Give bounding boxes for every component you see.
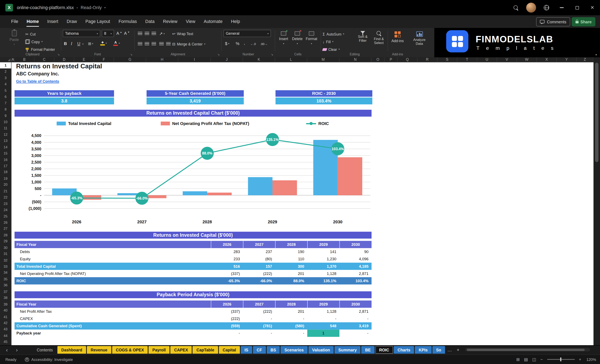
row-header-3[interactable]: 3 — [0, 75, 11, 81]
row-header-11[interactable]: 11 — [0, 125, 11, 131]
row-header-12[interactable]: 12 — [0, 131, 11, 137]
menu-tab-home[interactable]: Home — [22, 15, 43, 28]
row-header-24[interactable]: 24 — [0, 207, 11, 213]
column-header-c[interactable]: C — [35, 57, 54, 62]
title-caret-icon[interactable]: ▾ — [104, 6, 106, 9]
column-header-y[interactable]: Y — [557, 57, 577, 62]
row-header-32[interactable]: 32 — [0, 257, 11, 264]
analyze-data-button[interactable]: Analyze Data — [409, 31, 429, 46]
decrease-decimal-button[interactable]: .00→ — [260, 41, 268, 47]
column-header-z[interactable]: Z — [577, 57, 593, 62]
row-header-45[interactable]: 45 — [0, 339, 11, 345]
normal-view-icon[interactable]: ⊞ — [516, 357, 520, 362]
row-header-17[interactable]: 17 — [0, 163, 11, 169]
column-header-x[interactable]: X — [537, 57, 557, 62]
row-header-23[interactable]: 23 — [0, 200, 11, 207]
number-dialog-launcher[interactable]: ↘ — [271, 53, 273, 56]
row-header-28[interactable]: 28 — [0, 232, 11, 238]
comments-button[interactable]: Comments — [536, 17, 570, 26]
vertical-scrollbar[interactable] — [594, 57, 600, 346]
increase-decimal-button[interactable]: ←.0 — [250, 41, 256, 47]
sheet-tab-revenue[interactable]: Revenue — [87, 346, 111, 354]
merge-center-button[interactable]: ⊟ Merge & Center ▾ — [172, 41, 205, 47]
align-middle-icon[interactable] — [145, 32, 149, 35]
increase-indent-icon[interactable] — [166, 42, 170, 46]
row-header-16[interactable]: 16 — [0, 157, 11, 163]
row-header-20[interactable]: 20 — [0, 182, 11, 188]
row-header-43[interactable]: 43 — [0, 326, 11, 332]
column-header-e[interactable]: E — [74, 57, 94, 62]
align-center-icon[interactable] — [145, 42, 149, 46]
decrease-indent-icon[interactable] — [159, 42, 164, 46]
row-header-19[interactable]: 19 — [0, 175, 11, 182]
italic-button[interactable]: I — [71, 40, 72, 47]
align-top-icon[interactable] — [138, 32, 142, 35]
add-sheet-button[interactable]: + — [454, 346, 462, 354]
font-size-select[interactable]: 8▾ — [102, 30, 114, 37]
row-header-21[interactable]: 21 — [0, 188, 11, 194]
row-header-30[interactable]: 30 — [0, 245, 11, 251]
column-header-g[interactable]: G — [114, 57, 146, 62]
align-bottom-icon[interactable] — [151, 32, 156, 35]
page-layout-view-icon[interactable]: ▤ — [524, 357, 528, 362]
sheet-tab-kpis[interactable]: KPIs — [415, 346, 431, 354]
autosum-button[interactable]: Σ AutoSum▾ — [323, 31, 344, 37]
column-header-w[interactable]: W — [517, 57, 537, 62]
sheet-tab-is[interactable]: IS — [241, 346, 252, 354]
row-header-4[interactable]: 4 — [0, 81, 11, 87]
row-header-5[interactable]: 5 — [0, 87, 11, 94]
addins-button[interactable]: Add-ins — [389, 31, 406, 43]
orientation-button[interactable]: ↗▾ — [159, 31, 165, 37]
share-button[interactable]: Share — [572, 17, 595, 26]
zoom-out-icon[interactable]: − — [540, 357, 543, 362]
alignment-dialog-launcher[interactable]: ↘ — [217, 53, 220, 56]
menu-tab-file[interactable]: File — [7, 15, 22, 28]
row-header-36[interactable]: 36 — [0, 282, 11, 288]
sheet-tab-contents[interactable]: Contents — [33, 346, 57, 354]
column-header-h[interactable]: H — [146, 57, 178, 62]
collapse-ribbon-icon[interactable]: ▾ — [595, 53, 597, 57]
menu-tab-insert[interactable]: Insert — [43, 15, 62, 28]
menu-tab-view[interactable]: View — [181, 15, 199, 28]
menu-tab-draw[interactable]: Draw — [62, 15, 81, 28]
sheet-nav-left-icon[interactable]: ‹ — [3, 346, 11, 355]
accessibility-status[interactable]: Accessibility: Investigate — [31, 357, 73, 362]
font-family-select[interactable]: Tahoma▾ — [63, 30, 100, 37]
column-header-u[interactable]: U — [477, 57, 497, 62]
paste-button[interactable]: Paste ▾ — [6, 30, 22, 46]
delete-cells-button[interactable]: Delete ▾ — [291, 31, 304, 45]
currency-button[interactable]: $▾ — [225, 40, 229, 47]
number-format-select[interactable]: General▾ — [224, 30, 271, 37]
row-header-6[interactable]: 6 — [0, 94, 11, 100]
underline-button[interactable]: U — [77, 40, 80, 47]
increase-font-size-button[interactable]: A▲ — [116, 30, 122, 36]
zoom-in-icon[interactable]: + — [579, 357, 581, 362]
borders-button[interactable]: ⊞▾ — [88, 40, 93, 47]
row-header-1[interactable]: 1 — [0, 62, 11, 69]
sheet-tab-scenarios[interactable]: Scenarios — [281, 346, 308, 354]
sheet-tab-charts[interactable]: Charts — [394, 346, 414, 354]
column-header-f[interactable]: F — [94, 57, 114, 62]
horizontal-scrollbar[interactable] — [465, 348, 590, 351]
sheet-tab-cf[interactable]: CF — [253, 346, 266, 354]
sheet-tab-summary[interactable]: Summary — [335, 346, 361, 354]
zoom-slider-thumb[interactable] — [560, 357, 561, 361]
format-painter-button[interactable]: Format Painter — [25, 46, 55, 53]
close-button[interactable]: ✕ — [585, 0, 600, 15]
row-header-22[interactable]: 22 — [0, 194, 11, 200]
row-header-42[interactable]: 42 — [0, 320, 11, 326]
zoom-level[interactable]: 120% — [586, 357, 596, 362]
sheet-tab-capex[interactable]: CAPEX — [170, 346, 192, 354]
align-left-icon[interactable] — [138, 42, 142, 46]
decrease-font-size-button[interactable]: A▼ — [124, 30, 130, 36]
bold-button[interactable]: B — [64, 40, 67, 47]
search-button[interactable] — [508, 0, 524, 15]
sheet-tab-dashboard[interactable]: Dashboard — [57, 346, 86, 354]
row-header-34[interactable]: 34 — [0, 270, 11, 276]
maximize-button[interactable] — [569, 0, 585, 15]
font-dialog-launcher[interactable]: ↘ — [130, 53, 132, 56]
find-select-button[interactable]: Find & Select — [371, 31, 387, 45]
menu-tab-review[interactable]: Review — [159, 15, 182, 28]
row-header-18[interactable]: 18 — [0, 169, 11, 175]
select-all-corner[interactable] — [0, 57, 12, 62]
